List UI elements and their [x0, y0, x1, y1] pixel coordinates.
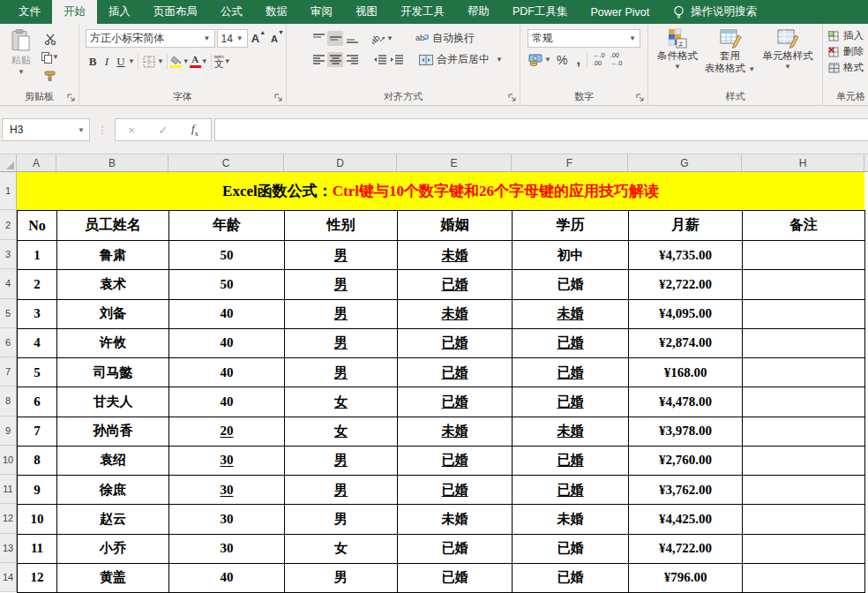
cut-button[interactable] — [41, 32, 60, 46]
fill-color-button[interactable] — [170, 56, 183, 68]
cell-age[interactable]: 30 — [169, 534, 285, 563]
align-right-button[interactable] — [344, 52, 360, 67]
cell-marital[interactable]: 已婚 — [398, 270, 513, 299]
increase-decimal-button[interactable]: ←.0.00 — [590, 52, 608, 67]
cancel-button[interactable]: × — [116, 124, 147, 137]
cell-gender[interactable]: 男 — [285, 446, 398, 475]
cell-remark[interactable] — [743, 534, 865, 563]
orientation-button[interactable]: ab — [371, 31, 386, 46]
cell-age[interactable]: 20 — [169, 417, 285, 446]
column-header-A[interactable]: A — [17, 154, 56, 171]
font-color-dropdown-arrow[interactable]: ▼ — [201, 58, 208, 65]
cell-age[interactable]: 40 — [169, 358, 285, 387]
cell-remark[interactable] — [743, 417, 865, 446]
tell-me-search[interactable]: 操作说明搜索 — [673, 0, 868, 24]
cell-age[interactable]: 40 — [169, 328, 285, 357]
cell-age[interactable]: 50 — [169, 270, 285, 299]
cell-salary[interactable]: ¥2,760.00 — [629, 446, 743, 475]
header-cell-7[interactable]: 备注 — [743, 211, 865, 241]
cell-remark[interactable] — [743, 358, 865, 387]
cell-salary[interactable]: ¥4,478.00 — [629, 387, 743, 417]
cell-age[interactable]: 50 — [169, 241, 285, 270]
cell-marital[interactable]: 未婚 — [398, 417, 513, 446]
tab-数据[interactable]: 数据 — [254, 0, 299, 24]
cell-education[interactable]: 已婚 — [513, 358, 629, 387]
row-header-3[interactable]: 3 — [0, 240, 17, 269]
tab-视图[interactable]: 视图 — [344, 0, 389, 24]
cell-age[interactable]: 40 — [169, 387, 285, 417]
align-center-button[interactable] — [327, 52, 343, 67]
underline-button[interactable]: U — [114, 53, 128, 70]
insert-function-button[interactable]: fx — [179, 122, 211, 138]
borders-dropdown-arrow[interactable]: ▼ — [157, 58, 164, 65]
cell-remark[interactable] — [743, 328, 865, 357]
merge-dropdown-arrow[interactable]: ▼ — [496, 56, 503, 64]
cell-no[interactable]: 1 — [18, 241, 57, 270]
tab-Power Pivot[interactable]: Power Pivot — [580, 0, 662, 24]
conditional-formatting-button[interactable]: ≠ 条件格式 ▼ — [657, 28, 698, 75]
cell-no[interactable]: 9 — [18, 476, 57, 505]
accounting-dropdown-arrow[interactable]: ▼ — [544, 56, 551, 64]
cell-education[interactable]: 已婚 — [513, 534, 629, 563]
cell-no[interactable]: 3 — [18, 299, 57, 328]
increase-font-size-button[interactable]: A▲ — [250, 32, 267, 45]
row-header-12[interactable]: 12 — [0, 504, 17, 533]
cell-education[interactable]: 已婚 — [513, 476, 629, 505]
cell-education[interactable]: 未婚 — [513, 299, 629, 328]
cell-styles-button[interactable]: 单元格样式 ▼ — [762, 28, 813, 75]
cell-education[interactable]: 未婚 — [513, 417, 629, 446]
cell-education[interactable]: 已婚 — [513, 446, 629, 475]
cell-gender[interactable]: 男 — [285, 505, 398, 534]
phonetic-dropdown-arrow[interactable]: ▼ — [224, 58, 231, 65]
cell-marital[interactable]: 已婚 — [398, 563, 513, 592]
cell-gender[interactable]: 女 — [285, 417, 398, 446]
cell-salary[interactable]: ¥3,978.00 — [629, 417, 743, 446]
row-header-6[interactable]: 6 — [0, 328, 17, 357]
header-cell-4[interactable]: 婚姻 — [398, 211, 513, 241]
cell-name[interactable]: 刘备 — [57, 299, 169, 328]
increase-indent-button[interactable] — [388, 52, 404, 67]
row-header-1[interactable]: 1 — [0, 172, 17, 210]
cell-marital[interactable]: 未婚 — [398, 299, 513, 328]
formula-bar-input[interactable] — [214, 118, 868, 141]
column-header-F[interactable]: F — [512, 154, 628, 171]
wrap-text-button[interactable]: ab自动换行 — [415, 30, 475, 47]
cell-marital[interactable]: 已婚 — [398, 387, 513, 417]
row-header-8[interactable]: 8 — [0, 387, 17, 416]
cell-name[interactable]: 袁术 — [57, 270, 169, 299]
cell-age[interactable]: 40 — [169, 299, 285, 328]
tab-PDF工具集[interactable]: PDF工具集 — [501, 0, 580, 24]
decrease-font-size-button[interactable]: A▼ — [269, 33, 286, 44]
cell-gender[interactable]: 男 — [285, 563, 398, 592]
cell-remark[interactable] — [743, 476, 865, 505]
header-cell-2[interactable]: 年龄 — [169, 211, 285, 241]
cell-gender[interactable]: 女 — [285, 387, 398, 417]
cell-age[interactable]: 30 — [169, 446, 285, 475]
cell-no[interactable]: 8 — [18, 446, 57, 475]
italic-button[interactable]: I — [100, 53, 114, 70]
row-header-9[interactable]: 9 — [0, 417, 17, 446]
tab-开始[interactable]: 开始 — [52, 0, 97, 24]
tab-公式[interactable]: 公式 — [209, 0, 254, 24]
row-header-14[interactable]: 14 — [0, 563, 17, 592]
cell-gender[interactable]: 男 — [285, 328, 398, 357]
enter-button[interactable]: ✓ — [147, 124, 179, 137]
bold-button[interactable]: B — [86, 53, 100, 70]
cell-name[interactable]: 鲁肃 — [57, 241, 169, 270]
column-header-H[interactable]: H — [742, 154, 864, 171]
cell-no[interactable]: 5 — [18, 358, 57, 387]
decrease-decimal-button[interactable]: .00→.0 — [608, 52, 625, 67]
tab-插入[interactable]: 插入 — [97, 0, 142, 24]
name-box[interactable]: H3▼ — [2, 118, 90, 141]
cell-marital[interactable]: 已婚 — [398, 476, 513, 505]
header-cell-1[interactable]: 员工姓名 — [57, 211, 169, 241]
header-cell-3[interactable]: 性别 — [285, 211, 398, 241]
number-format-combo[interactable]: 常规▼ — [528, 29, 640, 48]
cell-age[interactable]: 30 — [169, 476, 285, 505]
tab-文件[interactable]: 文件 — [7, 0, 52, 24]
cell-no[interactable]: 7 — [18, 417, 57, 446]
cell-name[interactable]: 赵云 — [57, 505, 169, 534]
delete-cells-button[interactable]: 删除 — [828, 45, 868, 58]
cell-salary[interactable]: ¥3,762.00 — [629, 476, 743, 505]
cell-education[interactable]: 已婚 — [513, 387, 629, 417]
